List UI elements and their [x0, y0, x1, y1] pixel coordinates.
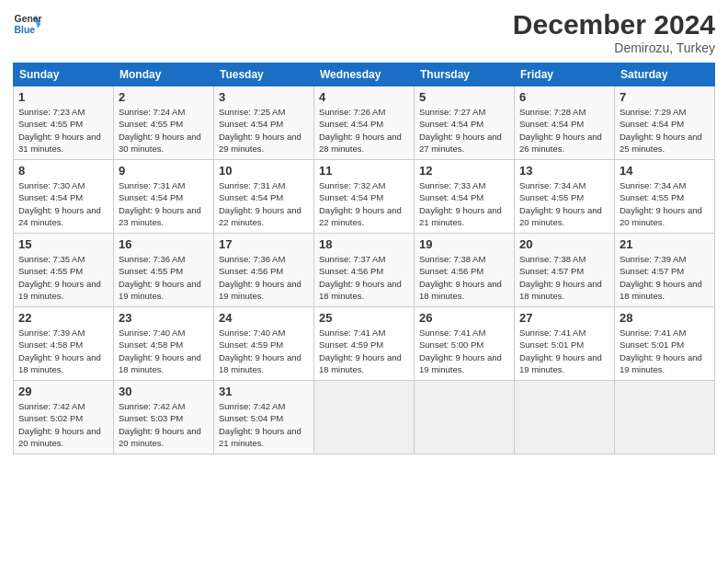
table-row: 22 Sunrise: 7:39 AM Sunset: 4:58 PM Dayl…: [14, 307, 114, 381]
header: General Blue December 2024 Demirozu, Tur…: [13, 9, 715, 55]
table-row: 7 Sunrise: 7:29 AM Sunset: 4:54 PM Dayli…: [615, 86, 715, 160]
table-row: 29 Sunrise: 7:42 AM Sunset: 5:02 PM Dayl…: [14, 381, 114, 454]
day-number: 14: [620, 164, 710, 178]
table-row: 6 Sunrise: 7:28 AM Sunset: 4:54 PM Dayli…: [515, 86, 615, 160]
day-number: 19: [419, 237, 509, 251]
day-info: Sunrise: 7:42 AM Sunset: 5:02 PM Dayligh…: [18, 400, 108, 449]
day-info: Sunrise: 7:28 AM Sunset: 4:54 PM Dayligh…: [519, 106, 609, 155]
table-row: 1 Sunrise: 7:23 AM Sunset: 4:55 PM Dayli…: [14, 86, 114, 160]
calendar-header-row: Sunday Monday Tuesday Wednesday Thursday…: [14, 63, 715, 86]
day-number: 24: [219, 311, 309, 325]
table-row: 24 Sunrise: 7:40 AM Sunset: 4:59 PM Dayl…: [214, 307, 314, 381]
day-number: 2: [119, 90, 209, 104]
table-row: 23 Sunrise: 7:40 AM Sunset: 4:58 PM Dayl…: [114, 307, 214, 381]
main-container: General Blue December 2024 Demirozu, Tur…: [0, 0, 728, 464]
title-area: December 2024 Demirozu, Turkey: [513, 9, 715, 55]
day-number: 22: [18, 311, 108, 325]
day-info: Sunrise: 7:39 AM Sunset: 4:57 PM Dayligh…: [620, 253, 710, 302]
day-info: Sunrise: 7:25 AM Sunset: 4:54 PM Dayligh…: [219, 106, 309, 155]
table-row: 5 Sunrise: 7:27 AM Sunset: 4:54 PM Dayli…: [415, 86, 515, 160]
day-number: 15: [18, 237, 108, 251]
day-info: Sunrise: 7:26 AM Sunset: 4:54 PM Dayligh…: [319, 106, 409, 155]
day-number: 9: [119, 164, 209, 178]
day-info: Sunrise: 7:31 AM Sunset: 4:54 PM Dayligh…: [219, 179, 309, 228]
logo-icon: General Blue: [13, 9, 42, 39]
day-info: Sunrise: 7:32 AM Sunset: 4:54 PM Dayligh…: [319, 179, 409, 228]
calendar-week-row: 15 Sunrise: 7:35 AM Sunset: 4:55 PM Dayl…: [14, 234, 715, 307]
svg-text:Blue: Blue: [15, 25, 36, 35]
day-info: Sunrise: 7:24 AM Sunset: 4:55 PM Dayligh…: [119, 106, 209, 155]
day-number: 23: [119, 311, 209, 325]
table-row: 27 Sunrise: 7:41 AM Sunset: 5:01 PM Dayl…: [515, 307, 615, 381]
calendar-table: Sunday Monday Tuesday Wednesday Thursday…: [13, 63, 715, 454]
day-info: Sunrise: 7:29 AM Sunset: 4:54 PM Dayligh…: [620, 106, 710, 155]
day-number: 28: [620, 311, 710, 325]
day-info: Sunrise: 7:38 AM Sunset: 4:57 PM Dayligh…: [519, 253, 609, 302]
table-row: 11 Sunrise: 7:32 AM Sunset: 4:54 PM Dayl…: [314, 160, 415, 234]
col-sunday: Sunday: [14, 63, 114, 86]
table-row: 10 Sunrise: 7:31 AM Sunset: 4:54 PM Dayl…: [214, 160, 314, 234]
table-row: 21 Sunrise: 7:39 AM Sunset: 4:57 PM Dayl…: [615, 234, 715, 307]
day-number: 4: [319, 90, 409, 104]
day-info: Sunrise: 7:30 AM Sunset: 4:54 PM Dayligh…: [18, 179, 108, 228]
calendar-week-row: 29 Sunrise: 7:42 AM Sunset: 5:02 PM Dayl…: [14, 381, 715, 454]
day-info: Sunrise: 7:41 AM Sunset: 5:01 PM Dayligh…: [620, 327, 710, 375]
col-tuesday: Tuesday: [214, 63, 314, 86]
logo: General Blue: [13, 9, 42, 39]
col-thursday: Thursday: [415, 63, 515, 86]
table-row: [415, 381, 515, 454]
day-info: Sunrise: 7:42 AM Sunset: 5:04 PM Dayligh…: [219, 400, 309, 449]
day-number: 8: [18, 164, 108, 178]
day-info: Sunrise: 7:39 AM Sunset: 4:58 PM Dayligh…: [18, 327, 108, 375]
day-number: 11: [319, 164, 409, 178]
table-row: 9 Sunrise: 7:31 AM Sunset: 4:54 PM Dayli…: [114, 160, 214, 234]
table-row: 13 Sunrise: 7:34 AM Sunset: 4:55 PM Dayl…: [515, 160, 615, 234]
day-number: 7: [620, 90, 710, 104]
day-info: Sunrise: 7:34 AM Sunset: 4:55 PM Dayligh…: [620, 179, 710, 228]
col-saturday: Saturday: [615, 63, 715, 86]
day-number: 17: [219, 237, 309, 251]
day-info: Sunrise: 7:35 AM Sunset: 4:55 PM Dayligh…: [18, 253, 108, 302]
day-info: Sunrise: 7:41 AM Sunset: 5:01 PM Dayligh…: [519, 327, 609, 375]
day-info: Sunrise: 7:37 AM Sunset: 4:56 PM Dayligh…: [319, 253, 409, 302]
day-number: 26: [419, 311, 509, 325]
day-info: Sunrise: 7:27 AM Sunset: 4:54 PM Dayligh…: [419, 106, 509, 155]
col-friday: Friday: [515, 63, 615, 86]
day-number: 21: [620, 237, 710, 251]
day-number: 5: [419, 90, 509, 104]
table-row: 28 Sunrise: 7:41 AM Sunset: 5:01 PM Dayl…: [615, 307, 715, 381]
day-number: 18: [319, 237, 409, 251]
day-number: 20: [519, 237, 609, 251]
col-wednesday: Wednesday: [314, 63, 415, 86]
day-number: 29: [18, 385, 108, 398]
day-number: 10: [219, 164, 309, 178]
day-number: 1: [18, 90, 108, 104]
table-row: 20 Sunrise: 7:38 AM Sunset: 4:57 PM Dayl…: [515, 234, 615, 307]
day-number: 25: [319, 311, 409, 325]
table-row: 3 Sunrise: 7:25 AM Sunset: 4:54 PM Dayli…: [214, 86, 314, 160]
day-number: 6: [519, 90, 609, 104]
day-info: Sunrise: 7:36 AM Sunset: 4:56 PM Dayligh…: [219, 253, 309, 302]
day-number: 30: [119, 385, 209, 398]
day-info: Sunrise: 7:33 AM Sunset: 4:54 PM Dayligh…: [419, 179, 509, 228]
day-number: 27: [519, 311, 609, 325]
day-number: 13: [519, 164, 609, 178]
table-row: 14 Sunrise: 7:34 AM Sunset: 4:55 PM Dayl…: [615, 160, 715, 234]
table-row: 31 Sunrise: 7:42 AM Sunset: 5:04 PM Dayl…: [214, 381, 314, 454]
day-number: 12: [419, 164, 509, 178]
day-info: Sunrise: 7:23 AM Sunset: 4:55 PM Dayligh…: [18, 106, 108, 155]
day-info: Sunrise: 7:31 AM Sunset: 4:54 PM Dayligh…: [119, 179, 209, 228]
table-row: 12 Sunrise: 7:33 AM Sunset: 4:54 PM Dayl…: [415, 160, 515, 234]
calendar-week-row: 8 Sunrise: 7:30 AM Sunset: 4:54 PM Dayli…: [14, 160, 715, 234]
table-row: 26 Sunrise: 7:41 AM Sunset: 5:00 PM Dayl…: [415, 307, 515, 381]
table-row: 19 Sunrise: 7:38 AM Sunset: 4:56 PM Dayl…: [415, 234, 515, 307]
location: Demirozu, Turkey: [513, 40, 715, 55]
calendar-week-row: 1 Sunrise: 7:23 AM Sunset: 4:55 PM Dayli…: [14, 86, 715, 160]
table-row: 15 Sunrise: 7:35 AM Sunset: 4:55 PM Dayl…: [14, 234, 114, 307]
day-number: 3: [219, 90, 309, 104]
day-info: Sunrise: 7:40 AM Sunset: 4:58 PM Dayligh…: [119, 327, 209, 375]
table-row: 30 Sunrise: 7:42 AM Sunset: 5:03 PM Dayl…: [114, 381, 214, 454]
col-monday: Monday: [114, 63, 214, 86]
table-row: 16 Sunrise: 7:36 AM Sunset: 4:55 PM Dayl…: [114, 234, 214, 307]
day-info: Sunrise: 7:42 AM Sunset: 5:03 PM Dayligh…: [119, 400, 209, 449]
